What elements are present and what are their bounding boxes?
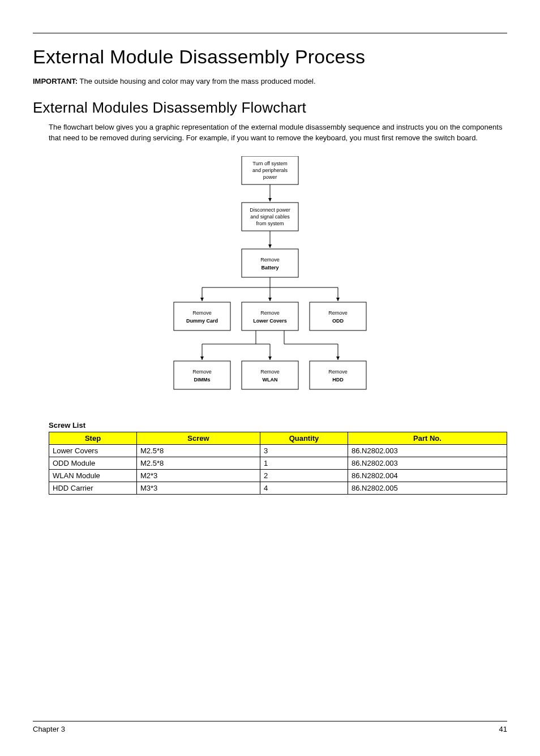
flow-n3-l1: Remove: [260, 257, 280, 263]
svg-rect-23: [310, 361, 366, 389]
flow-r3a-l2: DIMMs: [194, 377, 211, 383]
flow-r2c-l2: ODD: [332, 318, 344, 324]
svg-rect-4: [242, 249, 298, 277]
cell-step: HDD Carrier: [49, 482, 137, 494]
flow-r2b-l2: Lower Covers: [253, 318, 287, 324]
cell-qty: 2: [260, 469, 348, 482]
cell-qty: 3: [260, 444, 348, 457]
flow-r2a-l2: Dummy Card: [186, 318, 218, 324]
cell-step: Lower Covers: [49, 444, 137, 457]
cell-screw: M2.5*8: [137, 444, 260, 457]
bottom-rule: [33, 721, 507, 721]
cell-step: WLAN Module: [49, 469, 137, 482]
important-note: IMPORTANT: The outside housing and color…: [33, 77, 507, 85]
page-title: External Module Disassembly Process: [33, 46, 507, 68]
svg-rect-11: [242, 302, 298, 330]
important-label: IMPORTANT:: [33, 77, 78, 85]
svg-rect-22: [242, 361, 298, 389]
svg-rect-10: [174, 302, 230, 330]
table-row: ODD Module M2.5*8 1 86.N2802.003: [49, 457, 507, 469]
table-row: HDD Carrier M3*3 4 86.N2802.005: [49, 482, 507, 494]
flow-r2c-l1: Remove: [328, 310, 348, 316]
cell-qty: 4: [260, 482, 348, 494]
section-title: External Modules Disassembly Flowchart: [33, 99, 507, 117]
important-text: The outside housing and color may vary f…: [78, 77, 315, 85]
svg-rect-12: [310, 302, 366, 330]
svg-rect-21: [174, 361, 230, 389]
footer-page-number: 41: [499, 725, 507, 733]
cell-part: 86.N2802.003: [348, 457, 507, 469]
flow-r2a-l1: Remove: [192, 310, 212, 316]
cell-screw: M2.5*8: [137, 457, 260, 469]
footer-chapter: Chapter 3: [33, 725, 65, 733]
flow-r3b-l1: Remove: [260, 369, 280, 375]
flow-r3c-l1: Remove: [328, 369, 348, 375]
cell-screw: M2*3: [137, 469, 260, 482]
flowchart-container: Turn off system and peripherals power Di…: [33, 156, 507, 405]
th-part: Part No.: [348, 432, 507, 444]
cell-step: ODD Module: [49, 457, 137, 469]
page-footer: Chapter 3 41: [33, 721, 507, 733]
flow-n2-l1: Disconnect power: [250, 207, 290, 213]
flow-n1-l2: and peripherals: [252, 167, 288, 173]
cell-qty: 1: [260, 457, 348, 469]
flow-n1-l3: power: [263, 174, 277, 180]
table-row: WLAN Module M2*3 2 86.N2802.004: [49, 469, 507, 482]
top-rule: [33, 33, 507, 33]
screw-list-table: Step Screw Quantity Part No. Lower Cover…: [49, 432, 507, 495]
cell-part: 86.N2802.005: [348, 482, 507, 494]
flow-r3c-l2: HDD: [332, 377, 344, 383]
table-row: Lower Covers M2.5*8 3 86.N2802.003: [49, 444, 507, 457]
flow-n2-l3: from system: [256, 221, 284, 226]
screw-list-heading: Screw List: [33, 421, 507, 429]
table-header-row: Step Screw Quantity Part No.: [49, 432, 507, 444]
flow-n2-l2: and signal cables: [250, 214, 290, 220]
cell-screw: M3*3: [137, 482, 260, 494]
flowchart-svg: Turn off system and peripherals power Di…: [157, 156, 383, 405]
cell-part: 86.N2802.003: [348, 444, 507, 457]
flow-n1-l1: Turn off system: [252, 161, 288, 166]
th-step: Step: [49, 432, 137, 444]
flow-r3b-l2: WLAN: [263, 377, 278, 383]
th-screw: Screw: [137, 432, 260, 444]
cell-part: 86.N2802.004: [348, 469, 507, 482]
intro-paragraph: The flowchart below gives you a graphic …: [33, 122, 507, 144]
flow-r3a-l1: Remove: [192, 369, 212, 375]
flow-r2b-l1: Remove: [260, 310, 280, 316]
th-qty: Quantity: [260, 432, 348, 444]
flow-n3-l2: Battery: [261, 265, 278, 270]
